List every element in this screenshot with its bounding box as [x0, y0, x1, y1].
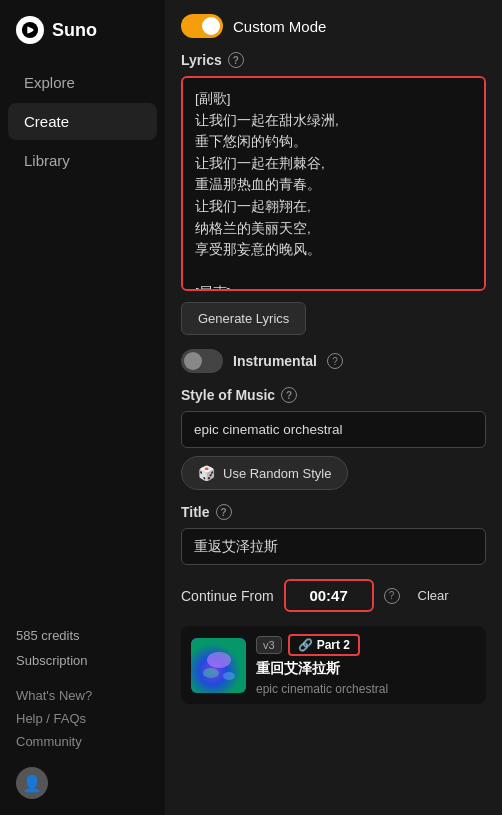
custom-mode-label: Custom Mode [233, 18, 326, 35]
style-help-icon[interactable]: ? [281, 387, 297, 403]
generate-lyrics-button[interactable]: Generate Lyrics [181, 302, 306, 335]
instrumental-label: Instrumental [233, 353, 317, 369]
dice-icon: 🎲 [198, 465, 215, 481]
subscription-link[interactable]: Subscription [16, 653, 149, 668]
use-random-style-button[interactable]: 🎲 Use Random Style [181, 456, 348, 490]
suno-logo-text: Suno [52, 20, 97, 41]
title-section: Title ? [181, 504, 486, 565]
continue-from-section: Continue From ? Clear [181, 579, 486, 612]
whats-new-link[interactable]: What's New? [16, 688, 149, 703]
sidebar-nav: Explore Create Library [0, 64, 165, 616]
continue-from-label: Continue From [181, 588, 274, 604]
sidebar-bottom: 585 credits Subscription [0, 616, 165, 680]
style-label: Style of Music [181, 387, 275, 403]
lyrics-section: Lyrics ? [副歌] 让我们一起在甜水绿洲, 垂下悠闲的钓钩。 让我们一起… [181, 52, 486, 335]
clear-button[interactable]: Clear [410, 584, 457, 607]
random-style-btn-row: 🎲 Use Random Style [181, 456, 486, 490]
credits-display: 585 credits [16, 628, 149, 643]
part-label: Part 2 [317, 638, 350, 652]
style-label-row: Style of Music ? [181, 387, 486, 403]
help-faqs-link[interactable]: Help / FAQs [16, 711, 149, 726]
sidebar-item-create[interactable]: Create [8, 103, 157, 140]
version-tag: v3 [256, 636, 282, 654]
instrumental-help-icon[interactable]: ? [327, 353, 343, 369]
generate-btn-row: Generate Lyrics [181, 302, 486, 335]
instrumental-knob [184, 352, 202, 370]
suno-logo-icon [16, 16, 44, 44]
svg-point-2 [207, 652, 231, 668]
sidebar: Suno Explore Create Library 585 credits … [0, 0, 165, 815]
song-info: v3 🔗 Part 2 重回艾泽拉斯 epic cinematic orches… [256, 634, 476, 696]
community-link[interactable]: Community [16, 734, 149, 749]
part-badge[interactable]: 🔗 Part 2 [288, 634, 360, 656]
lyrics-label-row: Lyrics ? [181, 52, 486, 68]
svg-point-4 [223, 672, 235, 680]
toggle-knob [202, 17, 220, 35]
style-of-music-section: Style of Music ? 🎲 Use Random Style [181, 387, 486, 490]
song-thumbnail [191, 638, 246, 693]
sidebar-item-explore[interactable]: Explore [8, 64, 157, 101]
title-help-icon[interactable]: ? [216, 504, 232, 520]
title-label: Title [181, 504, 210, 520]
song-card[interactable]: v3 🔗 Part 2 重回艾泽拉斯 epic cinematic orches… [181, 626, 486, 704]
title-input[interactable] [181, 528, 486, 565]
lyrics-help-icon[interactable]: ? [228, 52, 244, 68]
lyrics-container: [副歌] 让我们一起在甜水绿洲, 垂下悠闲的钓钩。 让我们一起在荆棘谷, 重温那… [181, 76, 486, 294]
instrumental-toggle[interactable] [181, 349, 223, 373]
instrumental-row: Instrumental ? [181, 349, 486, 373]
title-label-row: Title ? [181, 504, 486, 520]
link-icon: 🔗 [298, 638, 313, 652]
custom-mode-row: Custom Mode [181, 14, 486, 38]
style-input[interactable] [181, 411, 486, 448]
continue-from-row: Continue From ? Clear [181, 579, 486, 612]
svg-point-3 [203, 668, 219, 678]
song-thumbnail-inner [191, 638, 246, 693]
lyrics-label: Lyrics [181, 52, 222, 68]
logo-area: Suno [0, 16, 165, 64]
avatar-row: 👤 [0, 757, 165, 799]
song-title: 重回艾泽拉斯 [256, 660, 476, 678]
song-version-row: v3 🔗 Part 2 [256, 634, 476, 656]
sidebar-links: What's New? Help / FAQs Community [0, 680, 165, 757]
custom-mode-toggle[interactable] [181, 14, 223, 38]
continue-from-time-input[interactable] [284, 579, 374, 612]
sidebar-item-library[interactable]: Library [8, 142, 157, 179]
user-avatar[interactable]: 👤 [16, 767, 48, 799]
continue-from-help-icon[interactable]: ? [384, 588, 400, 604]
main-content: Custom Mode Lyrics ? [副歌] 让我们一起在甜水绿洲, 垂下… [165, 0, 502, 815]
song-style: epic cinematic orchestral [256, 682, 476, 696]
lyrics-textarea[interactable]: [副歌] 让我们一起在甜水绿洲, 垂下悠闲的钓钩。 让我们一起在荆棘谷, 重温那… [181, 76, 486, 291]
random-style-label: Use Random Style [223, 466, 331, 481]
